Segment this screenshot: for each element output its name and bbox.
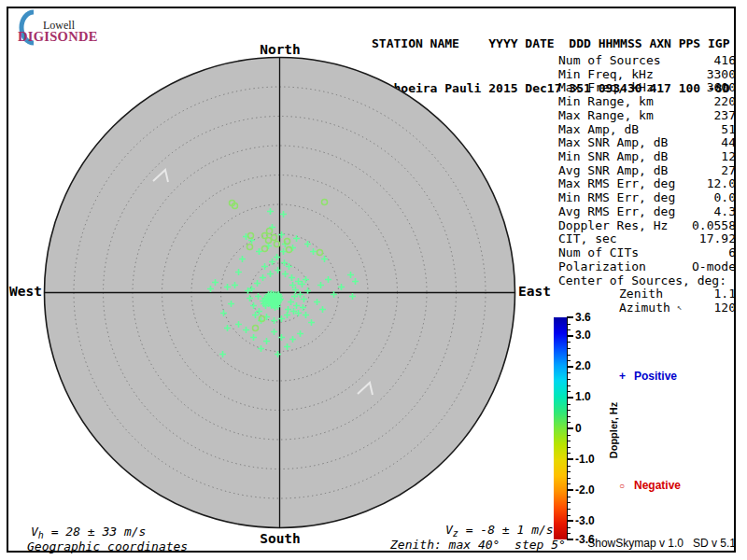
stat-value: 27 (721, 164, 736, 178)
stat-row: Doppler Res, Hz0.0558 (558, 219, 736, 233)
legend-positive-label: Positive (634, 370, 677, 383)
circle-marker-icon: ○ (619, 481, 634, 491)
stat-value: 4.3 (714, 205, 736, 219)
colorbar-tick-label: 2.0 (575, 360, 591, 372)
stat-label: Avg RMS Err, deg (558, 205, 675, 219)
colorbar-major-tick (567, 427, 573, 429)
logo-digisonde-text: DIGISONDE (18, 29, 98, 45)
showskymap-window: { "logo": { "line1": "Lowell", "line2": … (0, 0, 747, 560)
colorbar-tick-label: -2.0 (575, 484, 595, 497)
colorbar-tick-label: 0 (575, 423, 582, 435)
stat-value: 6 (728, 246, 736, 260)
colorbar-major-tick (567, 397, 573, 399)
stat-row: Max Amp, dB51 (558, 123, 736, 137)
stat-row: Max Range, km237 (558, 109, 736, 123)
stat-value: 0.0558 (692, 219, 736, 233)
stat-row: Avg RMS Err, deg4.3 (558, 205, 736, 219)
stat-value: 120 (714, 301, 736, 315)
stat-value: 3600 (707, 81, 736, 95)
stat-label: Num of Sources (558, 54, 661, 68)
compass-west-label: West (0, 284, 42, 299)
stat-row: Zenith1.1 (558, 287, 736, 301)
stat-label: Doppler Res, Hz (558, 219, 668, 233)
stat-label: Max Range, km (558, 109, 654, 123)
colorbar-major-tick (567, 458, 573, 460)
colorbar-major-tick (567, 335, 573, 337)
stat-row: Num of Sources416 (558, 54, 736, 68)
stat-label: CIT, sec (558, 232, 617, 246)
stat-value: 44 (721, 136, 736, 150)
plus-marker-icon: + (619, 370, 634, 383)
app-version-label: ShowSkymap v 1.0 SD v 5.1 (587, 537, 736, 550)
stat-row: PolarizationO-mode (558, 260, 736, 274)
stat-value: 416 (714, 54, 736, 68)
skymap-polar-plot (36, 49, 523, 536)
stat-value: 12 (721, 150, 736, 164)
colorbar-major-tick (567, 520, 573, 522)
colorbar-major-tick (567, 316, 573, 318)
stat-row: Min RMS Err, deg0.0 (558, 191, 736, 205)
stat-value: 220 (714, 95, 736, 109)
colorbar-tick-label: -1.0 (575, 454, 595, 466)
colorbar-tick-label: 3.0 (575, 329, 591, 342)
stat-row: CIT, sec17.92 (558, 232, 736, 246)
zenith-scale-note: Zenith: max 40° step 5° (390, 538, 566, 552)
compass-east-label: East (518, 284, 551, 299)
lowell-digisonde-logo: Lowell DIGISONDE (10, 8, 113, 46)
colorbar-title: Doppler, Hz (608, 387, 621, 473)
stat-row: Max Freq, kHz3600 (558, 81, 736, 95)
stat-label: Min RMS Err, deg (558, 191, 675, 205)
vh-text: = 28 ± 33 m/s (44, 525, 147, 539)
stat-value: 0.0 (714, 191, 736, 205)
legend-positive: +Positive (619, 370, 677, 383)
stat-label: Max RMS Err, deg (558, 177, 675, 191)
vertical-velocity-value: Vz = -8 ± 1 m/s (445, 523, 554, 539)
vz-text: = -8 ± 1 m/s (458, 523, 554, 537)
stat-value: 12.0 (707, 177, 736, 191)
stat-label: Avg SNR Amp, dB (558, 164, 668, 178)
colorbar-major-tick (567, 366, 573, 368)
stat-row: Max RMS Err, deg12.0 (558, 177, 736, 191)
stat-label: Zenith (558, 287, 663, 301)
stat-label: Min SNR Amp, dB (558, 150, 668, 164)
stat-value: 17.92 (699, 232, 736, 246)
stat-label: Max Amp, dB (558, 123, 639, 137)
compass-north-label: North (250, 42, 310, 57)
azimuth-arrow-icon: ↖ (677, 302, 682, 312)
stat-row: Min SNR Amp, dB12 (558, 150, 736, 164)
legend-negative: ○Negative (619, 479, 681, 492)
stat-value: 51 (721, 123, 736, 137)
stat-value: 3300 (707, 68, 736, 82)
stat-label: Min Freq, kHz (558, 68, 654, 82)
doppler-colorbar (554, 317, 568, 539)
colorbar-tick-label: 3.6 (575, 312, 591, 324)
horizontal-velocity-value: Vh = 28 ± 33 m/s (31, 525, 146, 540)
colorbar-major-tick (567, 539, 573, 540)
stat-row: Min Freq, kHz3300 (558, 68, 736, 82)
stat-label: Min Range, km (558, 95, 654, 109)
stat-value: 1.1 (714, 287, 736, 301)
stat-value: O-mode (692, 260, 736, 274)
stat-row: Min Range, km220 (558, 95, 736, 109)
stat-label: Max SNR Amp, dB (558, 136, 668, 150)
stat-label: Polarization (558, 260, 646, 274)
colorbar-tick-label: -3.0 (575, 515, 595, 527)
stat-row: Num of CITs6 (558, 246, 736, 260)
legend-negative-label: Negative (634, 479, 681, 492)
compass-south-label: South (250, 531, 310, 546)
stat-label: Num of CITs (558, 246, 639, 260)
stat-label: Center of Sources, deg: (558, 274, 726, 288)
coordinates-mode-label: Geographic coordinates (27, 539, 188, 553)
stat-value: 237 (714, 109, 736, 123)
stat-row: Avg SNR Amp, dB27 (558, 164, 736, 178)
vh-symbol: V (31, 525, 38, 539)
colorbar-tick-label: 1.0 (575, 391, 591, 403)
vz-symbol: V (445, 523, 453, 537)
stat-row: Max SNR Amp, dB44 (558, 136, 736, 150)
colorbar-major-tick (567, 489, 573, 491)
stat-row: Center of Sources, deg: (558, 274, 736, 288)
stat-label: Max Freq, kHz (558, 81, 654, 95)
measurement-stats-panel: Num of Sources416Min Freq, kHz3300Max Fr… (558, 54, 736, 315)
